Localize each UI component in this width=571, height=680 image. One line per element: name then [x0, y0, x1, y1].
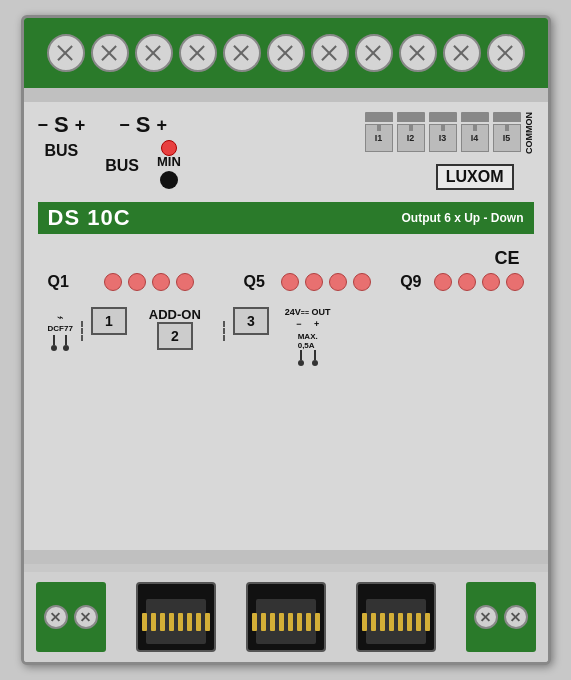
- rj45-port-3[interactable]: [356, 582, 436, 652]
- terminal-screw[interactable]: [223, 34, 261, 72]
- min-area: MIN: [157, 140, 181, 189]
- q1-dot-1[interactable]: [104, 273, 122, 291]
- rj45-contact: [288, 613, 293, 631]
- bottom-terminals: [24, 572, 548, 662]
- q1-row: Q1 Q5 Q9: [48, 273, 524, 291]
- name-bar: DS 10C Output 6 x Up - Down: [38, 202, 534, 234]
- input-terminals-group: I1 I2 I3 I4 I5: [365, 112, 521, 152]
- bus-label-1: BUS: [44, 142, 78, 160]
- rj45-contact: [270, 613, 275, 631]
- q9-dot-3[interactable]: [482, 273, 500, 291]
- right-green-terminal: [466, 582, 536, 652]
- q5-dot-1[interactable]: [281, 273, 299, 291]
- terminal-I3[interactable]: I3: [429, 124, 457, 152]
- addon-label: ADD-ON: [149, 307, 201, 322]
- dcf-symbol: ⌁: [57, 311, 64, 324]
- rj45-contact: [187, 613, 192, 631]
- common-label: COMMON: [524, 112, 534, 154]
- q9-dots: [434, 273, 524, 291]
- pin-minus-2: −: [119, 115, 130, 136]
- black-selector-dot[interactable]: [160, 171, 178, 189]
- bus-group-1: − S + BUS: [38, 112, 86, 160]
- middle-section: − S + BUS − S + BUS MIN: [24, 102, 548, 550]
- rj45-port-2[interactable]: [246, 582, 326, 652]
- device-enclosure: − S + BUS − S + BUS MIN: [21, 15, 551, 665]
- rj45-contacts-2: [256, 599, 316, 644]
- rj45-contacts-1: [146, 599, 206, 644]
- q9-dot-2[interactable]: [458, 273, 476, 291]
- rj45-contacts-3: [366, 599, 426, 644]
- rj45-contact: [261, 613, 266, 631]
- left-screw-1[interactable]: [44, 605, 68, 629]
- rj45-contact: [306, 613, 311, 631]
- rj45-contact: [416, 613, 421, 631]
- left-screw-2[interactable]: [74, 605, 98, 629]
- terminal-screw[interactable]: [355, 34, 393, 72]
- output-description: Output 6 x Up - Down: [402, 211, 524, 225]
- q5-dot-2[interactable]: [305, 273, 323, 291]
- q5-dots: [281, 273, 371, 291]
- terminal-screw[interactable]: [267, 34, 305, 72]
- rj45-contact: [279, 613, 284, 631]
- q1-dot-3[interactable]: [152, 273, 170, 291]
- terminal-I2[interactable]: I2: [397, 124, 425, 152]
- spacer-middle: [24, 550, 548, 564]
- q1-dot-2[interactable]: [128, 273, 146, 291]
- rj45-contact: [389, 613, 394, 631]
- ce-mark: CE: [494, 248, 519, 269]
- rj45-contact: [297, 613, 302, 631]
- spacer-sm: [24, 564, 548, 572]
- terminal-screw[interactable]: [179, 34, 217, 72]
- right-screw-2[interactable]: [504, 605, 528, 629]
- luxom-brand: LUXOM: [436, 164, 514, 190]
- slot-label-3: 3: [233, 307, 269, 335]
- terminal-screw[interactable]: [91, 34, 129, 72]
- rj45-port-1[interactable]: [136, 582, 216, 652]
- rj45-contact: [252, 613, 257, 631]
- rj45-contact: [160, 613, 165, 631]
- rj45-contact-row: [142, 613, 210, 631]
- spacer-top: [24, 88, 548, 102]
- pin-plus-1: +: [75, 115, 86, 136]
- q5-dot-4[interactable]: [353, 273, 371, 291]
- rj45-contact: [362, 613, 367, 631]
- terminal-screw[interactable]: [443, 34, 481, 72]
- q1-dot-4[interactable]: [176, 273, 194, 291]
- rj45-contact: [315, 613, 320, 631]
- q9-dot-1[interactable]: [434, 273, 452, 291]
- terminal-I4[interactable]: I4: [461, 124, 489, 152]
- bus-section: − S + BUS − S + BUS MIN: [38, 112, 534, 190]
- rj45-contact: [142, 613, 147, 631]
- rj45-contact: [151, 613, 156, 631]
- bus-label-2: BUS: [105, 157, 139, 175]
- terminal-I1[interactable]: I1: [365, 124, 393, 152]
- q1-dots: [104, 273, 194, 291]
- terminal-screw[interactable]: [47, 34, 85, 72]
- terminal-screw[interactable]: [487, 34, 525, 72]
- rj45-contact: [196, 613, 201, 631]
- right-screw-1[interactable]: [474, 605, 498, 629]
- terminals-row: I1 I2 I3 I4 I5: [365, 124, 521, 152]
- rj45-contact-row: [362, 613, 430, 631]
- slot-label-2: 2: [157, 322, 193, 350]
- q-section: CE Q1 Q5: [38, 240, 534, 374]
- bus-pins-2: − S +: [119, 112, 167, 138]
- rj45-contact: [371, 613, 376, 631]
- slot-label-1: 1: [91, 307, 127, 335]
- right-terminals: I1 I2 I3 I4 I5 COMMON LUXOM: [365, 112, 534, 190]
- terminal-screw[interactable]: [311, 34, 349, 72]
- labels-row: ⌁ DCF77: [48, 307, 524, 366]
- pin-s-2: S: [136, 112, 151, 138]
- top-terminal-block: [24, 18, 548, 88]
- rj45-contact: [205, 613, 210, 631]
- terminal-screw[interactable]: [135, 34, 173, 72]
- terminal-I5[interactable]: I5: [493, 124, 521, 152]
- pin-s-1: S: [54, 112, 69, 138]
- rj45-contact: [398, 613, 403, 631]
- q9-dot-4[interactable]: [506, 273, 524, 291]
- terminal-screw[interactable]: [399, 34, 437, 72]
- q9-label: Q9: [400, 273, 427, 291]
- device-model: DS 10C: [48, 205, 131, 231]
- q5-dot-3[interactable]: [329, 273, 347, 291]
- rj45-contact: [178, 613, 183, 631]
